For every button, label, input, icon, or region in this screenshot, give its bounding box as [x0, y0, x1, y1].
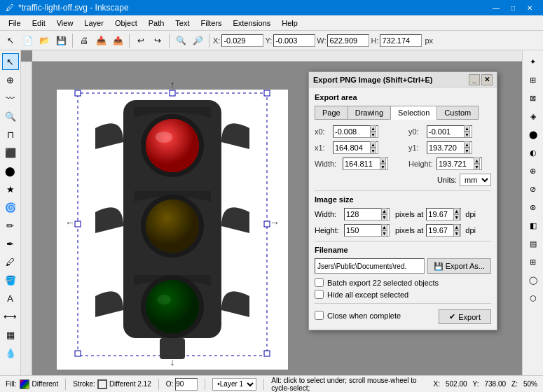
canvas-area[interactable]: ← → ↑ ↓: [21, 50, 522, 375]
right-btn-14[interactable]: ⬡: [525, 290, 542, 307]
img-height-spinbox[interactable]: ▲ ▼: [344, 224, 390, 237]
tool-dropper[interactable]: 💧: [2, 344, 19, 361]
batch-checkbox[interactable]: [315, 278, 324, 287]
y0-up[interactable]: ▲: [464, 125, 470, 132]
menu-extensions[interactable]: Extensions: [227, 18, 276, 29]
tool-new[interactable]: 📄: [20, 33, 35, 48]
right-btn-3[interactable]: ⊠: [525, 90, 542, 106]
export-button[interactable]: ✔ Export: [439, 309, 491, 324]
y0-spinbox[interactable]: ▲ ▼: [427, 125, 472, 138]
img-height-up[interactable]: ▲: [381, 224, 387, 230]
right-btn-1[interactable]: ✦: [525, 53, 542, 70]
height-up[interactable]: ▲: [474, 158, 480, 164]
right-btn-8[interactable]: ⊘: [525, 181, 542, 197]
tool-undo[interactable]: ↩: [133, 33, 149, 48]
right-btn-9[interactable]: ⊛: [525, 199, 542, 216]
dpi-width-up[interactable]: ▲: [453, 208, 460, 214]
dpi-width-spinbox[interactable]: ▲ ▼: [426, 208, 461, 220]
tool-tweak[interactable]: 〰: [2, 90, 19, 106]
img-width-up[interactable]: ▲: [381, 208, 387, 214]
maximize-button[interactable]: □: [505, 1, 521, 14]
right-btn-12[interactable]: ⊞: [525, 253, 542, 270]
y0-down[interactable]: ▼: [464, 132, 470, 138]
x0-spinbox[interactable]: ▲ ▼: [333, 125, 378, 138]
y-input[interactable]: [273, 34, 315, 47]
tool-open[interactable]: 📂: [36, 33, 52, 48]
y1-up[interactable]: ▲: [464, 141, 470, 148]
right-btn-13[interactable]: ◯: [525, 272, 542, 288]
tool-3dbox[interactable]: ⬛: [2, 144, 19, 161]
x1-up[interactable]: ▲: [370, 141, 376, 148]
menu-text[interactable]: Text: [170, 18, 195, 29]
menu-file[interactable]: File: [3, 18, 27, 29]
tool-zoom-in[interactable]: 🔍: [173, 33, 188, 48]
tool-save[interactable]: 💾: [53, 33, 69, 48]
width-down[interactable]: ▼: [380, 164, 386, 170]
img-width-input[interactable]: [346, 210, 381, 218]
x1-spinbox[interactable]: ▲ ▼: [333, 141, 378, 154]
img-height-down[interactable]: ▼: [381, 230, 387, 237]
x0-input[interactable]: [335, 127, 370, 136]
y1-spinbox[interactable]: ▲ ▼: [427, 141, 472, 154]
y1-down[interactable]: ▼: [464, 148, 470, 154]
x1-down[interactable]: ▼: [370, 148, 376, 154]
h-input[interactable]: [380, 34, 422, 47]
tool-text[interactable]: A: [2, 290, 19, 307]
tool-spiral[interactable]: 🌀: [2, 199, 19, 216]
img-width-spinbox[interactable]: ▲ ▼: [344, 208, 390, 220]
opacity-input[interactable]: [175, 378, 198, 391]
tool-pen[interactable]: ✒: [2, 235, 19, 252]
tool-redo[interactable]: ↪: [150, 33, 165, 48]
img-width-down[interactable]: ▼: [381, 214, 387, 220]
tool-selector[interactable]: ↖: [2, 53, 19, 70]
menu-object[interactable]: Object: [109, 18, 143, 29]
tool-export[interactable]: 📤: [110, 33, 125, 48]
dpi-height-input[interactable]: [428, 226, 453, 234]
height-spinbox[interactable]: ▲ ▼: [437, 158, 482, 170]
dialog-minimize-btn[interactable]: _: [469, 74, 480, 85]
tab-page[interactable]: Page: [315, 106, 348, 120]
menu-view[interactable]: View: [51, 18, 79, 29]
tab-selection[interactable]: Selection: [390, 106, 437, 120]
width-input[interactable]: [345, 160, 380, 168]
tool-rect[interactable]: ⊓: [2, 126, 19, 143]
tool-node[interactable]: ⊕: [2, 71, 19, 88]
x1-input[interactable]: [335, 144, 370, 152]
dpi-height-spinbox[interactable]: ▲ ▼: [426, 224, 461, 237]
tool-print[interactable]: 🖨: [76, 33, 92, 48]
y1-input[interactable]: [429, 144, 464, 152]
dpi-width-down[interactable]: ▼: [453, 214, 460, 220]
right-btn-6[interactable]: ◐: [525, 144, 542, 161]
right-btn-4[interactable]: ◈: [525, 108, 542, 125]
tool-zoom-out[interactable]: 🔎: [190, 33, 205, 48]
x0-up[interactable]: ▲: [370, 125, 376, 132]
tool-star[interactable]: ★: [2, 181, 19, 197]
right-btn-10[interactable]: ◧: [525, 217, 542, 234]
tool-connector[interactable]: ⟷: [2, 308, 19, 325]
close-when-checkbox[interactable]: [315, 311, 324, 320]
hide-checkbox[interactable]: [315, 290, 324, 299]
tool-gradient[interactable]: ▦: [2, 326, 19, 343]
tool-zoom[interactable]: 🔍: [2, 108, 19, 125]
right-btn-11[interactable]: ▤: [525, 235, 542, 252]
w-input[interactable]: [327, 34, 369, 47]
minimize-button[interactable]: —: [488, 1, 504, 14]
tool-import[interactable]: 📥: [93, 33, 109, 48]
tool-pencil[interactable]: ✏: [2, 217, 19, 234]
y0-input[interactable]: [429, 127, 464, 136]
right-btn-2[interactable]: ⊞: [525, 71, 542, 88]
menu-edit[interactable]: Edit: [27, 18, 51, 29]
width-up[interactable]: ▲: [380, 158, 386, 164]
menu-help[interactable]: Help: [276, 18, 303, 29]
tab-custom[interactable]: Custom: [437, 106, 479, 120]
dpi-height-down[interactable]: ▼: [453, 230, 460, 237]
dialog-close-btn[interactable]: ✕: [481, 74, 493, 85]
x0-down[interactable]: ▼: [370, 132, 376, 138]
units-select[interactable]: mm px in cm: [460, 174, 491, 186]
tool-select[interactable]: ↖: [3, 33, 18, 48]
menu-filters[interactable]: Filters: [195, 18, 228, 29]
menu-layer[interactable]: Layer: [78, 18, 109, 29]
tool-ellipse[interactable]: ⬤: [2, 162, 19, 179]
tool-calligraphy[interactable]: 🖊: [2, 253, 19, 270]
right-btn-7[interactable]: ⊕: [525, 162, 542, 179]
